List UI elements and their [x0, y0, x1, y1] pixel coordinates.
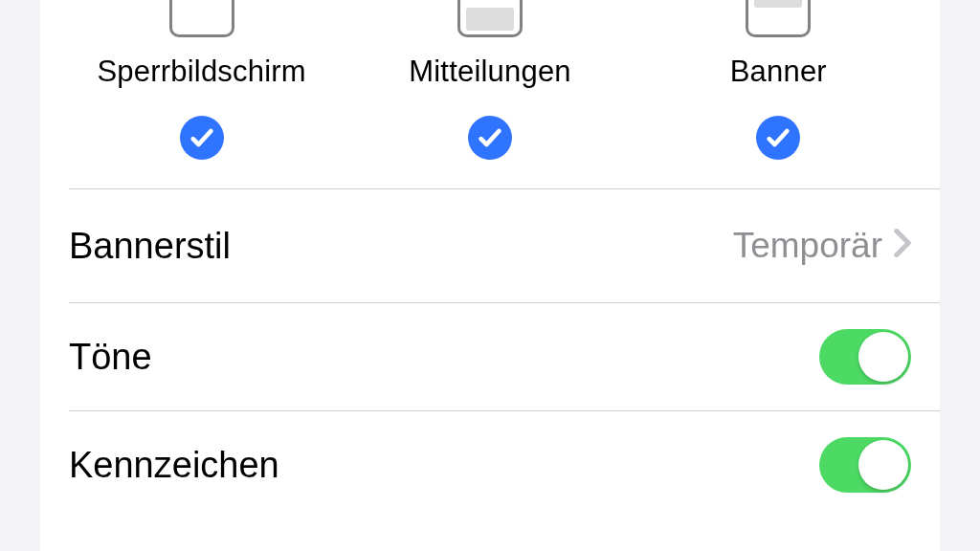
alert-option-banner[interactable]: Banner — [635, 0, 921, 160]
toggle-knob — [858, 440, 908, 490]
row-label: Kennzeichen — [69, 445, 279, 486]
alert-option-lockscreen[interactable]: Sperrbildschirm — [59, 0, 345, 160]
alert-option-label: Sperrbildschirm — [97, 55, 305, 89]
alert-option-notificationcenter[interactable]: Mitteilungen — [347, 0, 633, 160]
check-icon — [477, 124, 503, 151]
alert-option-label: Mitteilungen — [409, 55, 571, 89]
sounds-toggle[interactable] — [819, 329, 911, 385]
alert-option-check[interactable] — [180, 116, 224, 160]
banner-style-value: Temporär — [733, 226, 882, 266]
badges-row: Kennzeichen — [40, 411, 940, 518]
toggle-knob — [858, 332, 908, 382]
check-icon — [189, 124, 215, 151]
sounds-row: Töne — [40, 303, 940, 410]
alert-option-check[interactable] — [468, 116, 512, 160]
banner-preview-icon — [746, 0, 811, 37]
alert-option-check[interactable] — [756, 116, 800, 160]
alert-option-label: Banner — [730, 55, 827, 89]
row-value: Temporär — [733, 226, 911, 266]
lockscreen-preview-icon — [169, 0, 234, 37]
notifications-settings-panel: Sperrbildschirm Mitteilungen Banne — [40, 0, 940, 551]
check-icon — [765, 124, 791, 151]
chevron-right-icon — [894, 226, 911, 266]
alert-style-group: Sperrbildschirm Mitteilungen Banne — [40, 0, 940, 160]
banner-style-row[interactable]: Bannerstil Temporär — [40, 189, 940, 302]
notificationcenter-preview-icon — [457, 0, 523, 37]
row-label: Bannerstil — [69, 226, 231, 267]
row-label: Töne — [69, 337, 152, 378]
badges-toggle[interactable] — [819, 437, 911, 493]
